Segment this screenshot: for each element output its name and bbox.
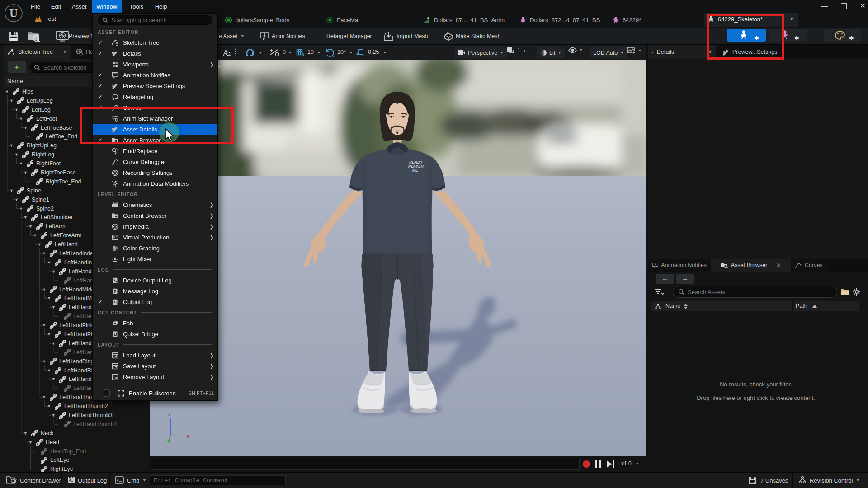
svg-text:U: U — [9, 7, 18, 19]
svg-text:Z: Z — [168, 412, 171, 417]
svg-text:X: X — [186, 434, 190, 439]
svg-text:ME: ME — [412, 168, 418, 173]
